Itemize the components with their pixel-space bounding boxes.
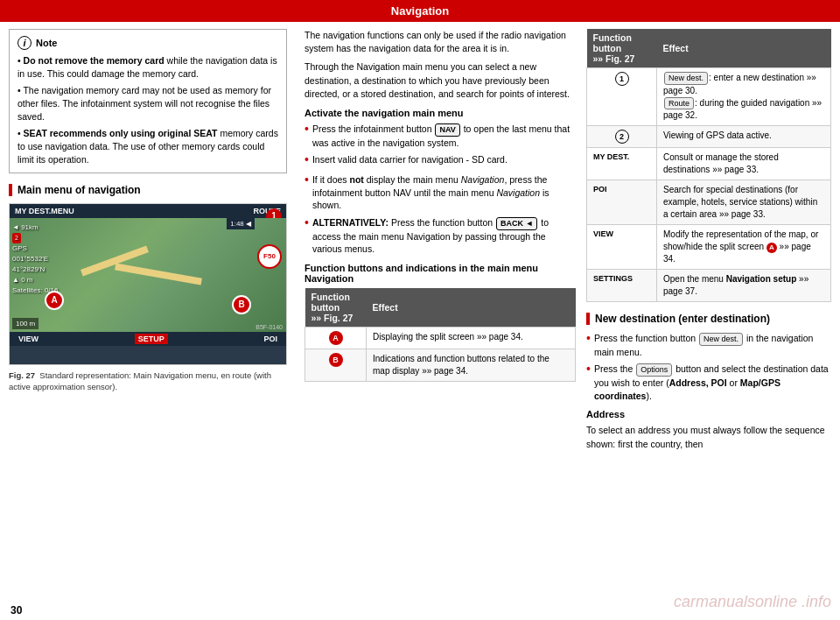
table-cell-effect-2: Viewing of GPS data active. [657,126,831,148]
circle-letter-a: A [329,331,343,345]
large-func-table: Function button»» Fig. 27 Effect 1 New d… [586,29,831,302]
note-box: i Note • Do not remove the memory card w… [9,29,287,173]
table-cell-effect-settings: Open the menu Navigation setup »» page 3… [657,270,831,302]
activate-heading: Activate the navigation main menu [304,108,576,118]
table-row: POI Search for special destinations (for… [587,180,831,225]
nav-top-bar: MY DEST. MENU 1 ROUTE [10,204,286,218]
nav-menu: MENU [51,207,74,215]
nav-image-id: B5F-0140 [256,324,283,330]
small-table-header-effect: Effect [367,288,576,328]
nav-btn-poi[interactable]: POI [260,334,281,344]
header-title: Navigation [391,4,449,18]
new-dest-dot-1: • [586,330,591,348]
page-header: Navigation [0,0,840,22]
circle-a-small: A [766,243,777,253]
small-table-header-btn: Function button»» Fig. 27 [305,288,367,328]
nav-circle-a: A [45,291,64,310]
right-column: The navigation functions can only be use… [298,29,831,613]
table-row: 2 Viewing of GPS data active. [587,126,831,148]
nav-bottom-bar: VIEW SETUP POI [10,332,286,346]
page: Navigation i Note • Do not remove the me… [0,0,840,620]
new-dest-bullet-2: • Press the Options button and select th… [586,363,831,402]
table-row: VIEW Modify the representation of the ma… [587,225,831,270]
nav-map-area: ◄ 91km 2 GPS 001°5532'E 41°2829'N ▲ 0 m … [10,218,286,332]
table-cell-btn-2: 2 [587,126,657,148]
table-cell-btn-1: 1 [587,68,657,126]
watermark: carmanualsonline .info [674,593,831,611]
bullet-nav-1: • Press the infotainment button NAV to o… [304,123,576,149]
main-menu-heading: Main menu of navigation [9,184,287,196]
table-row: A Displaying the split screen »» page 34… [305,328,576,349]
small-func-table: Function button»» Fig. 27 Effect A Displ… [304,288,576,382]
options-btn: Options [636,363,672,377]
back-button-label: BACK ◄ [496,217,537,230]
nav-mydest: MY DEST. [15,207,51,215]
table-cell-btn-mydest: MY DEST. [587,148,657,180]
note-bullet-1: • Do not remove the memory card while th… [18,54,278,80]
table-cell-btn-view: VIEW [587,225,657,270]
new-dest-heading: New destination (enter destination) [586,313,831,325]
nav-screen: MY DEST. MENU 1 ROUTE ◄ 91km 2 GPS [10,204,286,364]
table-cell-effect-b: Indications and function buttons related… [367,349,576,382]
nav-circle-b: B [232,295,251,314]
table-row: MY DEST. Consult or manage the stored de… [587,148,831,180]
nav-time: 1:48 ◀ [227,218,255,229]
table-cell-effect-view: Modify the representation of the map, or… [657,225,831,270]
table-cell-btn-settings: SETTINGS [587,270,657,302]
nav-road-2 [115,263,202,285]
table-cell-effect-mydest: Consult or manage the stored destination… [657,148,831,180]
large-table-header-effect: Effect [657,29,831,68]
table-cell-btn-a: A [305,328,367,349]
nav-screen-image: MY DEST. MENU 1 ROUTE ◄ 91km 2 GPS [9,203,287,365]
table-row: SETTINGS Open the menu Navigation setup … [587,270,831,302]
right-two-col: The navigation functions can only be use… [304,29,831,458]
new-dest-dot-2: • [586,361,591,378]
large-table-header-btn: Function button»» Fig. 27 [587,29,657,68]
route-btn: Route [664,97,694,110]
right-right: Function button»» Fig. 27 Effect 1 New d… [586,29,831,458]
note-title: i Note [18,36,278,50]
info-icon: i [18,36,32,50]
note-bullet-2: • The navigation memory card may not be … [18,84,278,123]
right-left: The navigation functions can only be use… [304,29,576,458]
bullet-dot-1: • [304,121,309,138]
nav-speed: F50 [257,244,282,269]
func-section-heading: Function buttons and indications in the … [304,263,576,284]
body-intro: The navigation functions can only be use… [304,29,576,101]
address-text: To select an address you must always fol… [586,424,831,450]
nav-button-label: NAV [435,123,459,137]
table-row: 1 New dest.: enter a new destination »» … [587,68,831,126]
bullet-nav-3: • If it does not display the main menu N… [304,173,576,212]
table-cell-effect-1: New dest.: enter a new destination »» pa… [657,68,831,126]
table-cell-effect-poi: Search for special destinations (for exa… [657,180,831,225]
bullet-dot-4: • [304,215,309,232]
new-dest-btn: New dest. [664,72,708,85]
table-cell-btn-b: B [305,349,367,382]
nav-dist-label: 100 m [12,318,38,329]
circle-num-2: 2 [615,130,629,144]
table-cell-btn-poi: POI [587,180,657,225]
nav-btn-setup[interactable]: SETUP [135,334,168,344]
page-number: 30 [10,604,22,616]
table-row: B Indications and function buttons relat… [305,349,576,382]
bullet-nav-4: • ALTERNATIVELY: Press the function butt… [304,216,576,256]
new-dest-bullet-1: • Press the function button New dest. in… [586,332,831,358]
nav-info-left: ◄ 91km 2 GPS 001°5532'E 41°2829'N ▲ 0 m … [12,222,58,297]
bullet-dot-2: • [304,151,309,169]
new-dest-inline-btn: New dest. [699,333,743,346]
bullet-nav-2: • Insert valid data carrier for navigati… [304,153,576,169]
table-cell-effect-a: Displaying the split screen »» page 34. [367,328,576,349]
address-heading: Address [586,409,831,419]
nav-btn-view[interactable]: VIEW [15,334,42,344]
fig-caption: Fig. 27 Standard representation: Main Na… [9,370,287,393]
circle-letter-b: B [329,353,343,367]
bullet-dot-3: • [304,172,309,189]
note-bullet-3: • SEAT recommends only using original SE… [18,127,278,166]
left-column: i Note • Do not remove the memory card w… [9,29,298,613]
circle-num-1: 1 [615,72,629,86]
